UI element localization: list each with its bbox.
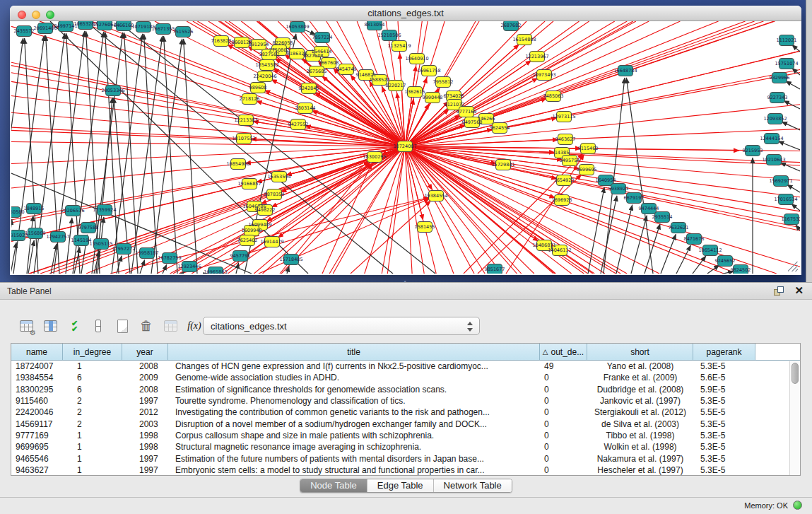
- table-cell[interactable]: Tibbo et al. (1998): [587, 431, 693, 440]
- table-cell[interactable]: 5.9E-5: [693, 385, 755, 395]
- table-row[interactable]: 1456911722003Disruption of a novel membe…: [11, 418, 800, 429]
- table-cell[interactable]: 5.3E-5: [693, 431, 755, 440]
- graph-edge[interactable]: [778, 141, 800, 150]
- graph-edge[interactable]: [400, 53, 405, 146]
- table-cell[interactable]: 2012: [122, 407, 168, 417]
- graph-edge[interactable]: [405, 146, 474, 274]
- table-cell[interactable]: Tourette syndrome. Phenomenology and cla…: [168, 396, 540, 406]
- tab-network-table[interactable]: Network Table: [434, 479, 512, 492]
- column-header-out_de[interactable]: △out_de...: [540, 344, 587, 360]
- graph-edge[interactable]: [405, 66, 416, 146]
- table-cell[interactable]: 1: [63, 361, 122, 371]
- graph-edge[interactable]: [11, 146, 405, 164]
- float-panel-icon[interactable]: [774, 286, 784, 296]
- graph-edge[interactable]: [405, 21, 746, 146]
- table-cell[interactable]: 5.6E-5: [693, 373, 755, 382]
- table-cell[interactable]: 9465546: [11, 454, 63, 464]
- tab-node-table[interactable]: Node Table: [300, 479, 367, 492]
- table-cell[interactable]: 0: [540, 373, 587, 382]
- graph-edge[interactable]: [792, 45, 800, 52]
- table-cell[interactable]: 9463627: [11, 465, 63, 475]
- table-row[interactable]: 1872400712008Changes of HCN gene express…: [11, 361, 800, 372]
- table-cell[interactable]: Hescheler et al. (1997): [587, 465, 693, 475]
- table-cell[interactable]: 1998: [122, 431, 168, 440]
- table-cell[interactable]: Dudbridge et al. (2008): [587, 385, 693, 395]
- graph-edge[interactable]: [786, 81, 800, 89]
- delete-entries-icon[interactable]: 🗑: [137, 317, 155, 335]
- table-cell[interactable]: 9777169: [11, 431, 63, 440]
- table-cell[interactable]: Estimation of the future numbers of pati…: [168, 454, 540, 464]
- table-row[interactable]: 911546021997Tourette syndrome. Phenomeno…: [11, 395, 800, 407]
- table-cell[interactable]: Structural magnetic resonance image aver…: [168, 442, 540, 452]
- table-cell[interactable]: Wolkin et al. (1998): [587, 442, 693, 452]
- table-row[interactable]: 1830029562008Estimation of significance …: [11, 384, 800, 395]
- tab-edge-table[interactable]: Edge Table: [367, 479, 434, 492]
- function-builder-icon[interactable]: f(x): [185, 317, 204, 335]
- table-cell[interactable]: 1: [63, 442, 122, 452]
- table-cell[interactable]: 9699695: [11, 442, 63, 452]
- table-cell[interactable]: 1: [63, 465, 122, 475]
- graph-edge[interactable]: [405, 51, 800, 146]
- table-cell[interactable]: 5.3E-5: [693, 361, 755, 371]
- table-cell[interactable]: Stergiakouli et al. (2012): [587, 407, 693, 417]
- table-cell[interactable]: 2008: [122, 385, 168, 395]
- graph-edge[interactable]: [616, 205, 632, 274]
- graph-edge[interactable]: [707, 265, 719, 274]
- graph-edge[interactable]: [601, 196, 617, 274]
- graph-edge[interactable]: [28, 240, 34, 274]
- table-cell[interactable]: 0: [540, 396, 587, 406]
- table-cell[interactable]: de Silva et al. (2003): [587, 419, 693, 429]
- table-cell[interactable]: Nakamura et al. (1997): [587, 454, 693, 464]
- graph-edge[interactable]: [281, 146, 405, 274]
- network-canvas[interactable]: 2435572206914062499714110653287152760626…: [11, 21, 800, 274]
- graph-edge[interactable]: [693, 256, 706, 274]
- graph-edge[interactable]: [588, 187, 604, 274]
- table-cell[interactable]: 6: [63, 373, 122, 382]
- split-pane-handle[interactable]: ‸: [400, 276, 410, 281]
- table-cell[interactable]: Changes of HCN gene expression and I(f) …: [168, 361, 540, 371]
- table-row[interactable]: 969969511998Structural magnetic resonanc…: [11, 441, 800, 452]
- table-row[interactable]: 1938455462009Genome-wide association stu…: [11, 372, 800, 383]
- network-window[interactable]: citations_edges.txt 24355722069140624997…: [10, 6, 801, 275]
- graph-edge[interactable]: [780, 163, 800, 171]
- table-cell[interactable]: 5.3E-5: [693, 454, 755, 464]
- table-cell[interactable]: 14569117: [11, 419, 63, 429]
- table-cell[interactable]: 5.3E-5: [693, 396, 755, 406]
- table-cell[interactable]: 0: [540, 431, 587, 440]
- graph-edge[interactable]: [405, 146, 572, 274]
- graph-edge[interactable]: [257, 101, 405, 146]
- table-cell[interactable]: 2003: [122, 419, 168, 429]
- graph-edge[interactable]: [66, 218, 72, 274]
- column-header-in_degree[interactable]: in_degree: [63, 344, 122, 360]
- column-header-name[interactable]: name: [11, 344, 63, 360]
- table-cell[interactable]: Corpus callosum shape and size in male p…: [168, 431, 540, 440]
- graph-edge[interactable]: [11, 173, 252, 274]
- column-header-pagerank[interactable]: pagerank: [693, 344, 755, 360]
- table-cell[interactable]: 1997: [122, 465, 168, 475]
- table-cell[interactable]: 19384554: [11, 373, 63, 382]
- table-cell[interactable]: Investigating the contribution of common…: [168, 407, 540, 417]
- table-row[interactable]: 946554611997Estimation of the future num…: [11, 452, 800, 464]
- table-cell[interactable]: Jankovic et al. (1997): [587, 396, 693, 406]
- network-window-titlebar[interactable]: citations_edges.txt: [10, 6, 801, 21]
- table-cell[interactable]: 1: [63, 454, 122, 464]
- table-cell[interactable]: 2: [63, 419, 122, 429]
- table-cell[interactable]: 2009: [122, 373, 168, 382]
- table-cell[interactable]: 0: [540, 442, 587, 452]
- table-scrollbar-thumb[interactable]: [792, 363, 799, 384]
- column-header-year[interactable]: year: [122, 344, 168, 360]
- graph-edge[interactable]: [782, 122, 800, 130]
- graph-edge[interactable]: [254, 146, 405, 274]
- table-cell[interactable]: 9115460: [11, 396, 63, 406]
- table-cell[interactable]: 6: [63, 385, 122, 395]
- new-table-icon[interactable]: [113, 317, 131, 335]
- table-cell[interactable]: 5.3E-5: [693, 442, 755, 452]
- table-cell[interactable]: Yano et al. (2008): [587, 361, 693, 371]
- table-cell[interactable]: 1997: [122, 454, 168, 464]
- table-cell[interactable]: 2008: [122, 361, 168, 371]
- table-cell[interactable]: 2: [63, 407, 122, 417]
- table-cell[interactable]: 0: [540, 407, 587, 417]
- column-header-short[interactable]: short: [587, 344, 693, 360]
- table-cell[interactable]: 5.3E-5: [693, 419, 755, 429]
- table-cell[interactable]: 2: [63, 396, 122, 406]
